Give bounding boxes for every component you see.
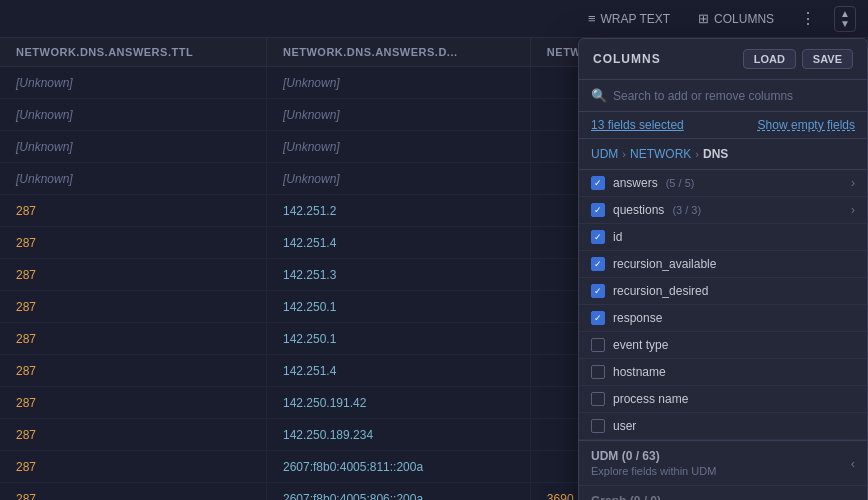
more-options-button[interactable]: ⋮	[794, 5, 822, 32]
breadcrumb-parent[interactable]: NETWORK	[630, 147, 691, 161]
cell-data: 142.250.191.42	[266, 387, 530, 419]
up-arrow-icon: ▲	[840, 9, 850, 19]
cell-data: 142.251.3	[266, 259, 530, 291]
fields-selected-label[interactable]: 13 fields selected	[591, 118, 684, 132]
checked-field-item[interactable]: recursion_desired	[579, 278, 867, 305]
section-title: UDM (0 / 63)	[591, 449, 716, 463]
breadcrumb-arrow2: ›	[695, 148, 699, 160]
cell-ttl: 287	[0, 419, 266, 451]
cell-data: 142.251.2	[266, 195, 530, 227]
checked-field-item[interactable]: answers (5 / 5) ›	[579, 170, 867, 197]
unchecked-field-item[interactable]: event type	[579, 332, 867, 359]
cell-data: [Unknown]	[266, 131, 530, 163]
cell-ttl: 287	[0, 355, 266, 387]
cell-data: 142.250.1	[266, 291, 530, 323]
cell-ttl: [Unknown]	[0, 99, 266, 131]
breadcrumb-current: DNS	[703, 147, 728, 161]
col-header-data: NETWORK.DNS.ANSWERS.D...	[266, 38, 530, 67]
expand-icon[interactable]: ›	[851, 176, 855, 190]
search-row: 🔍	[579, 80, 867, 112]
field-label: hostname	[613, 365, 666, 379]
unchecked-field-item[interactable]: user	[579, 413, 867, 440]
top-toolbar: ≡ WRAP TEXT ⊞ COLUMNS ⋮ ▲ ▼	[0, 0, 868, 38]
cell-ttl: [Unknown]	[0, 131, 266, 163]
save-button[interactable]: SAVE	[802, 49, 853, 69]
cell-data: 142.250.189.234	[266, 419, 530, 451]
field-count: (3 / 3)	[672, 204, 701, 216]
breadcrumb-arrow1: ›	[622, 148, 626, 160]
section-item: Graph (0 / 0) Explore fields within Grap…	[579, 485, 867, 500]
expand-icon[interactable]: ›	[851, 203, 855, 217]
checkbox[interactable]	[591, 284, 605, 298]
down-arrow-icon: ▼	[840, 19, 850, 29]
checkbox[interactable]	[591, 230, 605, 244]
field-label: process name	[613, 392, 688, 406]
field-label: event type	[613, 338, 668, 352]
checked-field-item[interactable]: response	[579, 305, 867, 332]
cell-data: [Unknown]	[266, 163, 530, 195]
cell-data: [Unknown]	[266, 99, 530, 131]
checkbox[interactable]	[591, 203, 605, 217]
field-label: response	[613, 311, 662, 325]
cell-data: 2607:f8b0:4005:811::200a	[266, 451, 530, 483]
checkbox[interactable]	[591, 311, 605, 325]
cell-data: 142.251.4	[266, 355, 530, 387]
field-count: (5 / 5)	[666, 177, 695, 189]
checkbox[interactable]	[591, 365, 605, 379]
field-label: user	[613, 419, 636, 433]
wrap-text-icon: ≡	[588, 11, 596, 26]
checked-field-item[interactable]: questions (3 / 3) ›	[579, 197, 867, 224]
search-icon: 🔍	[591, 88, 607, 103]
cell-ttl: [Unknown]	[0, 67, 266, 99]
checkbox[interactable]	[591, 257, 605, 271]
columns-panel: COLUMNS LOAD SAVE 🔍 13 fields selected S…	[578, 38, 868, 500]
checkbox[interactable]	[591, 419, 605, 433]
field-label: answers	[613, 176, 658, 190]
section-arrow-icon: ‹	[851, 456, 855, 471]
unchecked-items-list: event type hostname process name user	[579, 332, 867, 440]
breadcrumb-root[interactable]: UDM	[591, 147, 618, 161]
cell-ttl: 287	[0, 291, 266, 323]
columns-icon: ⊞	[698, 11, 709, 26]
field-label: recursion_available	[613, 257, 716, 271]
columns-button[interactable]: ⊞ COLUMNS	[690, 7, 782, 30]
checkbox[interactable]	[591, 176, 605, 190]
scroll-arrows[interactable]: ▲ ▼	[834, 6, 856, 32]
checkbox[interactable]	[591, 392, 605, 406]
search-input[interactable]	[613, 89, 855, 103]
cell-ttl: [Unknown]	[0, 163, 266, 195]
checkbox[interactable]	[591, 338, 605, 352]
cell-ttl: 287	[0, 323, 266, 355]
field-label: id	[613, 230, 622, 244]
panel-title: COLUMNS	[593, 52, 661, 66]
cell-ttl: 287	[0, 451, 266, 483]
breadcrumb: UDM › NETWORK › DNS	[579, 139, 867, 170]
checked-field-item[interactable]: recursion_available	[579, 251, 867, 278]
section-title: Graph (0 / 0)	[591, 494, 722, 500]
section-item[interactable]: UDM (0 / 63) Explore fields within UDM ‹	[579, 440, 867, 485]
wrap-text-button[interactable]: ≡ WRAP TEXT	[580, 7, 678, 30]
fields-meta: 13 fields selected Show empty fields	[579, 112, 867, 139]
cell-ttl: 287	[0, 259, 266, 291]
cell-data: 2607:f8b0:4005:806::200a	[266, 483, 530, 501]
field-label: recursion_desired	[613, 284, 708, 298]
columns-label: COLUMNS	[714, 12, 774, 26]
load-button[interactable]: LOAD	[743, 49, 796, 69]
unchecked-field-item[interactable]: process name	[579, 386, 867, 413]
sections-list: UDM (0 / 63) Explore fields within UDM ‹…	[579, 440, 867, 500]
cell-data: [Unknown]	[266, 67, 530, 99]
cell-data: 142.250.1	[266, 323, 530, 355]
show-empty-label[interactable]: Show empty fields	[758, 118, 855, 132]
checked-field-item[interactable]: id	[579, 224, 867, 251]
panel-buttons: LOAD SAVE	[743, 49, 853, 69]
cell-data: 142.251.4	[266, 227, 530, 259]
section-desc: Explore fields within UDM	[591, 465, 716, 477]
field-label: questions	[613, 203, 664, 217]
unchecked-field-item[interactable]: hostname	[579, 359, 867, 386]
checked-items-list: answers (5 / 5) › questions (3 / 3) › id…	[579, 170, 867, 332]
wrap-text-label: WRAP TEXT	[601, 12, 671, 26]
panel-header: COLUMNS LOAD SAVE	[579, 39, 867, 80]
cell-ttl: 287	[0, 387, 266, 419]
cell-ttl: 287	[0, 483, 266, 501]
col-header-ttl: NETWORK.DNS.ANSWERS.TTL	[0, 38, 266, 67]
